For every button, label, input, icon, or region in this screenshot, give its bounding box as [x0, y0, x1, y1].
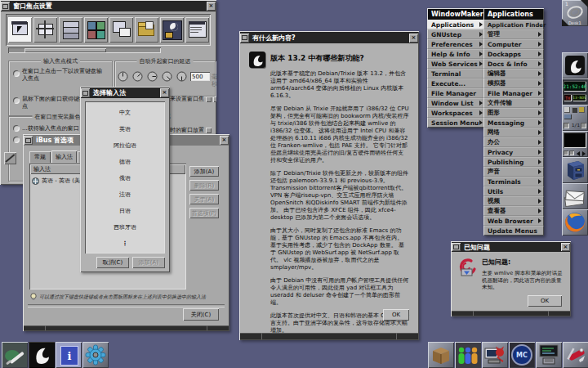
language-option[interactable]: 俄语 — [85, 170, 165, 186]
remove-button[interactable]: 删除(R) — [189, 180, 219, 191]
focus-click-radio[interactable] — [13, 70, 20, 77]
language-option[interactable]: 中文 — [85, 105, 165, 121]
miniaturize-button[interactable] — [81, 88, 90, 97]
delay-input[interactable]: 500 — [190, 72, 210, 81]
menu-item-terminals[interactable]: Terminals — [483, 177, 544, 186]
menu-item-graphics[interactable]: 图形 — [483, 108, 544, 118]
close-icon[interactable]: × — [220, 136, 229, 145]
toolbar-icon-search-path[interactable] — [135, 17, 158, 43]
menu-item-utils[interactable]: Utils — [483, 186, 544, 196]
wmaker-app-icon[interactable] — [29, 342, 55, 368]
menu-item-terminal[interactable]: Terminal — [427, 69, 485, 79]
close-icon[interactable]: × — [160, 88, 169, 97]
delay-dial-icon[interactable] — [176, 71, 187, 82]
colormap-pointer-radio[interactable] — [13, 137, 20, 143]
menu-item-file-manager[interactable]: File Manager — [483, 88, 544, 98]
clip-workspace-tile[interactable]: 1 Desk1 — [562, 0, 588, 26]
menu-item-video[interactable]: 视频 — [483, 196, 544, 206]
toolbar-icon-window-handling[interactable] — [33, 17, 57, 43]
toolbar-icon-expert[interactable] — [185, 17, 209, 43]
menu-item-applications[interactable]: Applications — [427, 20, 485, 29]
delay-dial-icon[interactable] — [118, 71, 128, 82]
miniaturize-button[interactable] — [24, 136, 33, 145]
close-icon[interactable]: × — [561, 243, 570, 251]
paint-tool-app-icon[interactable] — [2, 342, 28, 368]
known-issues-titlebar[interactable]: 已知问题 × — [452, 242, 570, 252]
menu-item-network[interactable]: 网络 — [483, 128, 544, 137]
balloon-help-icon[interactable] — [4, 152, 16, 164]
menu-item-messaging[interactable]: Messaging — [483, 118, 544, 128]
miniaturize-button[interactable] — [240, 34, 249, 43]
close-icon[interactable]: × — [207, 2, 216, 11]
miniaturize-button[interactable] — [1, 2, 10, 11]
option-icon[interactable] — [206, 128, 212, 133]
menu-item-file-transfer[interactable]: 文件传输 — [483, 98, 544, 108]
menu-item-admin[interactable]: 管理 — [483, 29, 544, 39]
menu-item-gnustep[interactable]: GNUstep — [427, 29, 485, 39]
whatsnew-titlebar[interactable]: 有什么新内容? × — [240, 32, 418, 43]
menu-item-office[interactable]: 办公 — [483, 137, 544, 147]
next-arrow-icon[interactable] — [582, 151, 586, 156]
delay-dial-icon[interactable] — [132, 71, 143, 82]
option-icon[interactable] — [206, 96, 212, 102]
midnight-commander-app-icon[interactable]: MC — [509, 342, 535, 368]
miniaturize-button[interactable] — [452, 243, 461, 251]
daemon-console-app-icon[interactable] — [482, 342, 508, 368]
language-option[interactable]: 西班牙语 — [85, 219, 165, 236]
colormap-focus-radio[interactable] — [13, 125, 20, 132]
pager-next-button[interactable] — [581, 123, 586, 128]
delay-dial-icon[interactable] — [162, 71, 172, 82]
root-menu-title[interactable]: WindowMaker — [428, 9, 484, 20]
menu-item-docs-info[interactable]: Docs & Info — [483, 59, 544, 69]
resize-bar[interactable] — [24, 325, 229, 330]
applications-menu-title[interactable]: Applications — [484, 9, 543, 20]
menu-item-execute[interactable]: Execute... — [427, 79, 485, 88]
add-button[interactable]: 添加(A) — [189, 166, 219, 177]
resize-bar[interactable] — [240, 333, 418, 339]
menu-item-publishing[interactable]: Publishing — [483, 157, 544, 167]
users-app-icon[interactable] — [455, 342, 481, 368]
close-icon[interactable]: × — [409, 34, 418, 43]
toolbar-scrollbar[interactable] — [8, 47, 161, 53]
menu-item-workspaces[interactable]: Workspaces — [427, 108, 485, 118]
option-icon[interactable] — [213, 96, 216, 102]
menu-item-editors[interactable]: 编辑器 — [483, 69, 544, 79]
menu-item-dockapps[interactable]: Dockapps — [483, 49, 544, 59]
tv-button[interactable] — [569, 150, 574, 155]
menu-item-session-menu[interactable]: Session Menu — [427, 118, 485, 128]
menu-item-file-manager[interactable]: File Manager — [427, 88, 485, 98]
toolbar-icon-appearance[interactable] — [160, 17, 184, 43]
ok-button[interactable]: OK — [383, 309, 409, 321]
menu-item-web-services[interactable]: Web Services — [427, 59, 485, 69]
file-cabinet-app-icon[interactable] — [562, 157, 588, 183]
add-button[interactable]: 添加(A) — [132, 257, 165, 268]
menu-item-application-finder[interactable]: Application Finder — [483, 20, 544, 29]
package-app-icon[interactable] — [428, 342, 454, 368]
language-option[interactable]: 阿拉伯语 — [85, 137, 165, 154]
toolbar-icon-workspaces[interactable] — [84, 17, 108, 43]
menu-item-help-info[interactable]: Help & Info — [427, 49, 485, 59]
menu-item-preferences[interactable]: Preferences — [427, 39, 485, 49]
prev-arrow-icon[interactable] — [577, 151, 580, 156]
menu-item-privacy[interactable]: Privacy — [483, 147, 544, 157]
close-button[interactable]: 关闭(C) — [183, 308, 219, 321]
system-console-app-icon[interactable] — [536, 342, 562, 368]
tv-button[interactable] — [564, 150, 568, 155]
about-button[interactable]: 关于(A) — [189, 194, 219, 204]
menu-item-emulators[interactable]: 模拟器 — [483, 79, 544, 88]
toolbar-icon-window-focus[interactable] — [8, 17, 32, 43]
cancel-button[interactable]: 取消(C) — [96, 257, 129, 268]
scrollbar-thumb[interactable] — [24, 48, 106, 52]
language-option[interactable]: 德语 — [85, 154, 165, 170]
language-option[interactable]: 日语 — [85, 203, 165, 219]
menu-item-computer[interactable]: Computer — [483, 39, 544, 49]
tab-general[interactable]: 常规 — [29, 151, 51, 163]
menu-item-update-menus[interactable]: Update Menus — [483, 226, 544, 236]
language-option[interactable]: 英语 — [85, 121, 165, 137]
ok-button[interactable]: OK — [528, 295, 562, 307]
delay-dial-icon[interactable] — [147, 71, 158, 82]
menu-item-viewers[interactable]: 查看器 — [483, 206, 544, 216]
language-option[interactable]: 法语 — [85, 186, 165, 203]
menu-item-window-list[interactable]: Window List — [427, 98, 485, 108]
tools-knife-app-icon[interactable] — [563, 342, 588, 368]
